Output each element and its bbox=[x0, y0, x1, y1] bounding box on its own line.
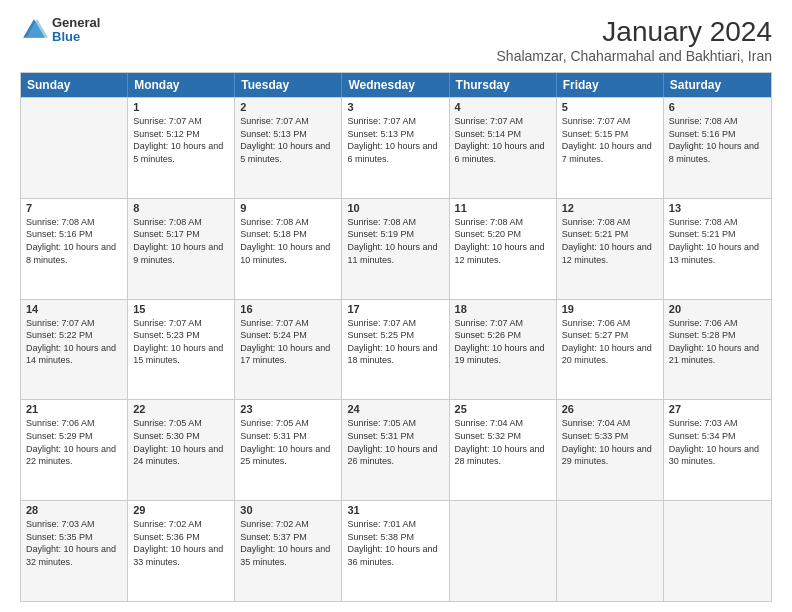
sunset-text: Sunset: 5:12 PM bbox=[133, 128, 229, 141]
daylight-text: Daylight: 10 hours and 24 minutes. bbox=[133, 443, 229, 468]
cal-cell bbox=[664, 501, 771, 601]
daylight-text: Daylight: 10 hours and 7 minutes. bbox=[562, 140, 658, 165]
sunset-text: Sunset: 5:15 PM bbox=[562, 128, 658, 141]
cal-cell: 5Sunrise: 7:07 AMSunset: 5:15 PMDaylight… bbox=[557, 98, 664, 198]
sunset-text: Sunset: 5:17 PM bbox=[133, 228, 229, 241]
cal-cell: 16Sunrise: 7:07 AMSunset: 5:24 PMDayligh… bbox=[235, 300, 342, 400]
cal-cell: 3Sunrise: 7:07 AMSunset: 5:13 PMDaylight… bbox=[342, 98, 449, 198]
daylight-text: Daylight: 10 hours and 17 minutes. bbox=[240, 342, 336, 367]
cal-cell bbox=[21, 98, 128, 198]
daylight-text: Daylight: 10 hours and 29 minutes. bbox=[562, 443, 658, 468]
daylight-text: Daylight: 10 hours and 28 minutes. bbox=[455, 443, 551, 468]
day-number: 8 bbox=[133, 202, 229, 214]
cal-cell: 7Sunrise: 7:08 AMSunset: 5:16 PMDaylight… bbox=[21, 199, 128, 299]
cal-cell: 22Sunrise: 7:05 AMSunset: 5:30 PMDayligh… bbox=[128, 400, 235, 500]
cal-cell: 23Sunrise: 7:05 AMSunset: 5:31 PMDayligh… bbox=[235, 400, 342, 500]
sunrise-text: Sunrise: 7:04 AM bbox=[455, 417, 551, 430]
cal-cell: 29Sunrise: 7:02 AMSunset: 5:36 PMDayligh… bbox=[128, 501, 235, 601]
sunrise-text: Sunrise: 7:07 AM bbox=[347, 317, 443, 330]
daylight-text: Daylight: 10 hours and 32 minutes. bbox=[26, 543, 122, 568]
cal-cell: 27Sunrise: 7:03 AMSunset: 5:34 PMDayligh… bbox=[664, 400, 771, 500]
daylight-text: Daylight: 10 hours and 9 minutes. bbox=[133, 241, 229, 266]
sunrise-text: Sunrise: 7:08 AM bbox=[455, 216, 551, 229]
cal-header-monday: Monday bbox=[128, 73, 235, 97]
daylight-text: Daylight: 10 hours and 20 minutes. bbox=[562, 342, 658, 367]
day-number: 26 bbox=[562, 403, 658, 415]
sunset-text: Sunset: 5:34 PM bbox=[669, 430, 766, 443]
day-number: 29 bbox=[133, 504, 229, 516]
cal-cell: 17Sunrise: 7:07 AMSunset: 5:25 PMDayligh… bbox=[342, 300, 449, 400]
logo-general-text: General bbox=[52, 16, 100, 30]
cal-cell: 28Sunrise: 7:03 AMSunset: 5:35 PMDayligh… bbox=[21, 501, 128, 601]
day-number: 2 bbox=[240, 101, 336, 113]
sunrise-text: Sunrise: 7:07 AM bbox=[133, 317, 229, 330]
daylight-text: Daylight: 10 hours and 36 minutes. bbox=[347, 543, 443, 568]
sunset-text: Sunset: 5:23 PM bbox=[133, 329, 229, 342]
sunrise-text: Sunrise: 7:03 AM bbox=[669, 417, 766, 430]
day-number: 7 bbox=[26, 202, 122, 214]
cal-cell: 15Sunrise: 7:07 AMSunset: 5:23 PMDayligh… bbox=[128, 300, 235, 400]
subtitle: Shalamzar, Chaharmahal and Bakhtiari, Ir… bbox=[497, 48, 772, 64]
day-number: 3 bbox=[347, 101, 443, 113]
cal-cell: 8Sunrise: 7:08 AMSunset: 5:17 PMDaylight… bbox=[128, 199, 235, 299]
daylight-text: Daylight: 10 hours and 5 minutes. bbox=[240, 140, 336, 165]
sunrise-text: Sunrise: 7:03 AM bbox=[26, 518, 122, 531]
day-number: 30 bbox=[240, 504, 336, 516]
cal-cell: 31Sunrise: 7:01 AMSunset: 5:38 PMDayligh… bbox=[342, 501, 449, 601]
cal-week-5: 28Sunrise: 7:03 AMSunset: 5:35 PMDayligh… bbox=[21, 500, 771, 601]
sunrise-text: Sunrise: 7:06 AM bbox=[669, 317, 766, 330]
daylight-text: Daylight: 10 hours and 19 minutes. bbox=[455, 342, 551, 367]
cal-header-tuesday: Tuesday bbox=[235, 73, 342, 97]
logo: General Blue bbox=[20, 16, 100, 45]
sunrise-text: Sunrise: 7:07 AM bbox=[240, 317, 336, 330]
daylight-text: Daylight: 10 hours and 26 minutes. bbox=[347, 443, 443, 468]
sunrise-text: Sunrise: 7:08 AM bbox=[26, 216, 122, 229]
cal-header-saturday: Saturday bbox=[664, 73, 771, 97]
daylight-text: Daylight: 10 hours and 30 minutes. bbox=[669, 443, 766, 468]
sunset-text: Sunset: 5:19 PM bbox=[347, 228, 443, 241]
day-number: 15 bbox=[133, 303, 229, 315]
cal-cell: 9Sunrise: 7:08 AMSunset: 5:18 PMDaylight… bbox=[235, 199, 342, 299]
cal-week-3: 14Sunrise: 7:07 AMSunset: 5:22 PMDayligh… bbox=[21, 299, 771, 400]
sunrise-text: Sunrise: 7:07 AM bbox=[455, 317, 551, 330]
cal-cell: 1Sunrise: 7:07 AMSunset: 5:12 PMDaylight… bbox=[128, 98, 235, 198]
day-number: 13 bbox=[669, 202, 766, 214]
day-number: 4 bbox=[455, 101, 551, 113]
daylight-text: Daylight: 10 hours and 5 minutes. bbox=[133, 140, 229, 165]
sunrise-text: Sunrise: 7:07 AM bbox=[26, 317, 122, 330]
day-number: 22 bbox=[133, 403, 229, 415]
cal-cell: 4Sunrise: 7:07 AMSunset: 5:14 PMDaylight… bbox=[450, 98, 557, 198]
daylight-text: Daylight: 10 hours and 8 minutes. bbox=[669, 140, 766, 165]
sunrise-text: Sunrise: 7:07 AM bbox=[240, 115, 336, 128]
sunrise-text: Sunrise: 7:01 AM bbox=[347, 518, 443, 531]
day-number: 20 bbox=[669, 303, 766, 315]
cal-week-1: 1Sunrise: 7:07 AMSunset: 5:12 PMDaylight… bbox=[21, 97, 771, 198]
cal-week-2: 7Sunrise: 7:08 AMSunset: 5:16 PMDaylight… bbox=[21, 198, 771, 299]
cal-cell: 21Sunrise: 7:06 AMSunset: 5:29 PMDayligh… bbox=[21, 400, 128, 500]
daylight-text: Daylight: 10 hours and 6 minutes. bbox=[455, 140, 551, 165]
sunrise-text: Sunrise: 7:07 AM bbox=[133, 115, 229, 128]
day-number: 14 bbox=[26, 303, 122, 315]
cal-header-friday: Friday bbox=[557, 73, 664, 97]
day-number: 10 bbox=[347, 202, 443, 214]
sunrise-text: Sunrise: 7:08 AM bbox=[347, 216, 443, 229]
sunset-text: Sunset: 5:20 PM bbox=[455, 228, 551, 241]
sunset-text: Sunset: 5:26 PM bbox=[455, 329, 551, 342]
title-block: January 2024 Shalamzar, Chaharmahal and … bbox=[497, 16, 772, 64]
daylight-text: Daylight: 10 hours and 33 minutes. bbox=[133, 543, 229, 568]
daylight-text: Daylight: 10 hours and 13 minutes. bbox=[669, 241, 766, 266]
daylight-text: Daylight: 10 hours and 12 minutes. bbox=[455, 241, 551, 266]
sunset-text: Sunset: 5:21 PM bbox=[669, 228, 766, 241]
daylight-text: Daylight: 10 hours and 6 minutes. bbox=[347, 140, 443, 165]
sunset-text: Sunset: 5:24 PM bbox=[240, 329, 336, 342]
day-number: 21 bbox=[26, 403, 122, 415]
sunset-text: Sunset: 5:32 PM bbox=[455, 430, 551, 443]
cal-cell bbox=[557, 501, 664, 601]
sunset-text: Sunset: 5:38 PM bbox=[347, 531, 443, 544]
sunset-text: Sunset: 5:33 PM bbox=[562, 430, 658, 443]
daylight-text: Daylight: 10 hours and 8 minutes. bbox=[26, 241, 122, 266]
cal-cell: 13Sunrise: 7:08 AMSunset: 5:21 PMDayligh… bbox=[664, 199, 771, 299]
cal-header-sunday: Sunday bbox=[21, 73, 128, 97]
sunrise-text: Sunrise: 7:05 AM bbox=[347, 417, 443, 430]
cal-cell: 26Sunrise: 7:04 AMSunset: 5:33 PMDayligh… bbox=[557, 400, 664, 500]
